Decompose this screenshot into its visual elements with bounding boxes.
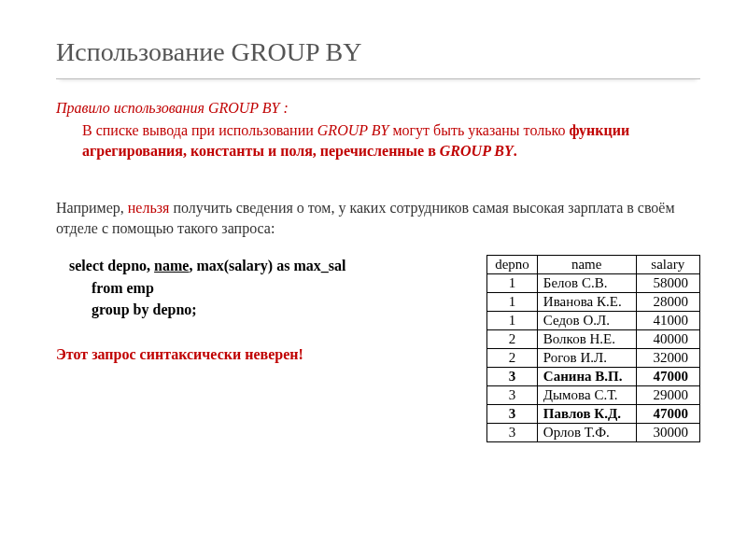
cell-salary: 30000	[636, 424, 700, 442]
cell-depno: 3	[487, 405, 538, 424]
sql-line-1: select depno, name, max(salary) as max_s…	[69, 255, 458, 276]
sql-l1-b: , max(salary) as max_sal	[189, 258, 345, 273]
cell-name: Белов С.В.	[537, 274, 636, 293]
slide-title: Использование GROUP BY	[56, 37, 700, 79]
table-row: 3Дымова С.Т.29000	[487, 386, 700, 405]
cell-depno: 3	[487, 368, 538, 386]
rule-groupby-1: GROUP BY	[317, 122, 389, 138]
data-table-wrap: depno name salary 1Белов С.В.580001Ивано…	[486, 255, 700, 442]
table-row: 3Санина В.П.47000	[487, 368, 700, 386]
content-row: select depno, name, max(salary) as max_s…	[56, 255, 700, 442]
rule-text-mid: могут быть указаны только	[388, 122, 569, 138]
slide: Использование GROUP BY Правило использов…	[0, 0, 747, 470]
table-header-row: depno name salary	[487, 256, 700, 274]
cell-salary: 40000	[636, 330, 700, 349]
cell-depno: 2	[487, 349, 538, 368]
cell-name: Иванова К.Е.	[537, 293, 636, 312]
cell-salary: 58000	[636, 274, 700, 293]
sql-line-3: group by depno;	[92, 299, 458, 320]
cell-name: Павлов К.Д.	[537, 405, 636, 424]
table-row: 2Волков Н.Е.40000	[487, 330, 700, 349]
cell-name: Рогов И.Л.	[537, 349, 636, 368]
example-pre: Например,	[56, 200, 128, 216]
col-depno: depno	[487, 256, 538, 274]
table-row: 3Павлов К.Д.47000	[487, 405, 700, 424]
cell-depno: 1	[487, 312, 538, 330]
cell-salary: 29000	[636, 386, 700, 405]
table-row: 1Иванова К.Е.28000	[487, 293, 700, 312]
cell-name: Орлов Т.Ф.	[537, 424, 636, 442]
cell-depno: 2	[487, 330, 538, 349]
error-message: Этот запрос синтаксически неверен!	[56, 346, 458, 363]
rule-body: В списке вывода при использовании GROUP …	[82, 120, 700, 161]
cell-depno: 1	[487, 293, 538, 312]
col-salary: salary	[636, 256, 700, 274]
example-red: нельзя	[128, 200, 170, 216]
sql-l1-name: name	[154, 258, 189, 273]
table-row: 2Рогов И.Л.32000	[487, 349, 700, 368]
table-row: 3Орлов Т.Ф.30000	[487, 424, 700, 442]
data-table: depno name salary 1Белов С.В.580001Ивано…	[486, 255, 700, 442]
cell-name: Дымова С.Т.	[537, 386, 636, 405]
cell-salary: 28000	[636, 293, 700, 312]
cell-depno: 3	[487, 386, 538, 405]
cell-salary: 41000	[636, 312, 700, 330]
table-row: 1Белов С.В.58000	[487, 274, 700, 293]
sql-query: select depno, name, max(salary) as max_s…	[69, 255, 458, 320]
example-intro: Например, нельзя получить сведения о том…	[56, 198, 700, 238]
cell-salary: 47000	[636, 405, 700, 424]
cell-salary: 32000	[636, 349, 700, 368]
cell-name: Волков Н.Е.	[537, 330, 636, 349]
col-name: name	[537, 256, 636, 274]
rule-groupby-2: GROUP BY	[440, 143, 514, 159]
left-column: select depno, name, max(salary) as max_s…	[56, 255, 458, 363]
rule-text-end: .	[514, 143, 517, 159]
cell-name: Санина В.П.	[537, 368, 636, 386]
sql-line-2: from emp	[92, 277, 458, 299]
cell-name: Седов О.Л.	[537, 312, 636, 330]
rule-text-pre: В списке вывода при использовании	[82, 122, 317, 138]
table-row: 1Седов О.Л.41000	[487, 312, 700, 330]
cell-salary: 47000	[636, 368, 700, 386]
cell-depno: 3	[487, 424, 538, 442]
sql-l1-a: select depno,	[69, 258, 154, 273]
rule-heading: Правило использования GROUP BY :	[56, 100, 700, 117]
cell-depno: 1	[487, 274, 538, 293]
